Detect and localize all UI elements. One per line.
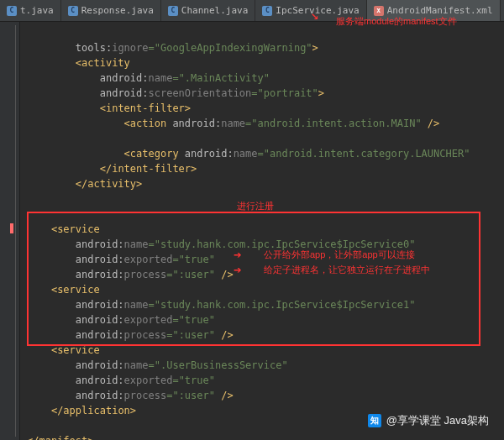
annotation-arrow-icon: ➔ xyxy=(234,247,242,263)
annotation-process-note: 给定子进程名，让它独立运行在子进程中 xyxy=(264,264,430,276)
zhihu-icon: 知 xyxy=(368,414,381,427)
annotation-arrow-icon: ↘ xyxy=(311,7,319,23)
tab-file-partial[interactable]: Ct.java xyxy=(0,0,61,21)
watermark: 知 @享学课堂 Java架构 xyxy=(368,413,489,428)
annotation-exported-note: 公开给外部app，让外部app可以连接 xyxy=(264,249,415,261)
tab-ipc[interactable]: CIpc.java xyxy=(501,0,504,21)
gutter-marker xyxy=(10,223,13,233)
annotation-box-title: 进行注册 xyxy=(237,200,274,212)
tab-channel[interactable]: CChannel.java xyxy=(161,0,255,21)
gutter xyxy=(0,22,20,440)
annotation-manifest-note: 服务端module的manifest文件 xyxy=(336,15,457,28)
annotation-arrow-icon: ➔ xyxy=(234,262,242,278)
tab-response[interactable]: CResponse.java xyxy=(61,0,161,21)
annotation-highlight-box xyxy=(27,212,480,346)
